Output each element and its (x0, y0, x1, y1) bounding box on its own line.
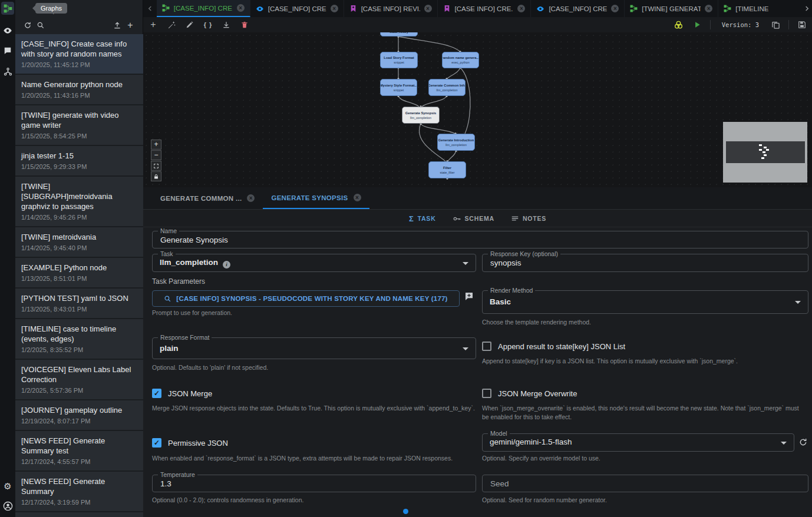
graph-toolbar: + { } Version: 3 (143, 17, 812, 32)
zoom-out-button[interactable]: − (151, 150, 161, 160)
graph-canvas[interactable]: state_rekey Load Story Format snippet ra… (143, 32, 812, 187)
close-icon[interactable]: × (237, 4, 245, 12)
lock-button[interactable] (151, 171, 161, 181)
response-key-field[interactable]: Response Key (optional) (482, 254, 808, 272)
response-key-input[interactable] (483, 255, 797, 271)
graph-list-item[interactable]: [TIMELINE] case to timeline (events, edg… (15, 319, 143, 359)
checkbox-checked[interactable]: ✓ (152, 389, 161, 398)
add-node-icon[interactable]: + (148, 19, 159, 30)
refresh-icon[interactable] (21, 20, 34, 31)
tab-case-info-create-2[interactable]: [CASE_INFO] CRE... × (250, 0, 344, 17)
zoom-in-button[interactable]: + (151, 140, 161, 150)
knot-icon[interactable] (674, 19, 684, 30)
tab-notes[interactable]: NOTES (511, 214, 546, 223)
info-icon[interactable]: i (223, 261, 230, 269)
graph-list-item[interactable]: [PYTHON TEST] yaml to JSON1/13/2025, 8:4… (15, 289, 143, 318)
graph-list-item[interactable]: [TWINE] generate with video game writer1… (15, 105, 143, 145)
render-method-helper: Choose the template rendering method. (482, 318, 591, 327)
response-format-select[interactable]: Response Format plain (152, 337, 476, 359)
graph-list-item[interactable]: [CASE_INFO] Create case info with story … (15, 512, 143, 517)
graph-list-item[interactable]: [VOICEGEN] Eleven Labs Label Correction1… (15, 360, 143, 399)
node-load-story-format[interactable]: Load Story Format snippet (380, 52, 418, 68)
node-state-rekey[interactable]: state_rekey (380, 32, 418, 37)
graph-timestamp: 1/13/2025, 8:43:01 PM (21, 305, 137, 313)
node-mystery-style-format[interactable]: Mystery Style Format... snippet (380, 79, 417, 96)
node-generate-introduction[interactable]: Generate Introduction llm_completion (437, 134, 475, 151)
temperature-field[interactable]: Temperature (152, 475, 476, 492)
delete-trash-icon[interactable] (239, 19, 250, 30)
graph-list-item[interactable]: [EXAMPLE] Python node1/13/2025, 8:51:01 … (15, 258, 143, 287)
tab-case-info-create[interactable]: [CASE_INFO] CRE... × (157, 0, 250, 17)
json-merge-label: JSON Merge (168, 389, 212, 398)
close-icon[interactable]: × (354, 194, 361, 201)
graph-list-item[interactable]: jinja tester 1-151/15/2025, 9:29:33 PM (15, 146, 143, 175)
name-input[interactable] (153, 232, 797, 247)
tab-case-info-review[interactable]: [CASE INFO] REVI... × (344, 0, 438, 17)
render-method-select[interactable]: Render Method Basic (482, 290, 808, 314)
node-tab-generate-common[interactable]: GENERATE COMMON ... × (152, 187, 263, 209)
fit-view-button[interactable] (151, 161, 161, 171)
name-field[interactable]: Name (152, 231, 808, 248)
tab-case-info-create-3[interactable]: [CASE INFO] CRE... × (438, 0, 532, 17)
json-merge-overwrite-checkbox-row[interactable]: JSON Merge Overwrite (482, 389, 577, 398)
close-icon[interactable]: × (705, 5, 712, 12)
graph-list-item[interactable]: [JOURNEY] gameplay outline12/19/2024, 8:… (15, 400, 143, 430)
search-icon[interactable] (34, 20, 47, 31)
auto-layout-wand-icon[interactable] (166, 19, 177, 30)
copy-icon[interactable] (770, 19, 781, 30)
download-icon[interactable] (221, 19, 232, 30)
close-icon[interactable]: × (247, 194, 255, 202)
panel-scroll-indicator[interactable] (403, 509, 408, 514)
minimap[interactable] (723, 122, 807, 183)
checkbox-unchecked[interactable] (482, 342, 491, 351)
app-logo[interactable] (1, 2, 14, 15)
json-merge-checkbox-row[interactable]: ✓ JSON Merge (152, 389, 212, 398)
tab-twine-generate[interactable]: [TWINE] GENERAT... × (625, 0, 718, 17)
model-select[interactable]: Model gemini/gemini-1.5-flash (482, 433, 794, 452)
graph-list-item[interactable]: Name Generator python node1/20/2025, 11:… (15, 75, 143, 104)
tab-timeline[interactable]: [TIMELINE (718, 0, 812, 17)
checkbox-checked[interactable]: ✓ (152, 438, 161, 448)
graph-list-item[interactable]: [NEWS FEED] Generate Summary test12/17/2… (15, 431, 143, 470)
node-generate-common-info[interactable]: Generate Common Info llm_completion (428, 79, 466, 96)
run-play-icon[interactable] (692, 19, 702, 30)
seed-input[interactable] (483, 476, 797, 491)
permissive-json-checkbox-row[interactable]: ✓ Permissive JSON (152, 438, 228, 448)
minimap-viewport[interactable] (726, 141, 805, 163)
node-random-name-generator[interactable]: random name genera... exec_python (442, 52, 479, 68)
close-icon[interactable]: × (424, 5, 432, 12)
upload-graph-icon[interactable] (111, 20, 124, 31)
add-comment-icon[interactable] (464, 291, 474, 301)
node-filter[interactable]: Filter state_filter (428, 161, 466, 178)
eye-nav-icon[interactable] (0, 25, 15, 37)
prompt-select-button[interactable]: [CASE INFO] SYNOPSIS - PSEUDOCODE WITH S… (152, 290, 460, 307)
account-icon[interactable] (0, 500, 15, 512)
add-graph-icon[interactable]: + (124, 20, 137, 31)
refresh-models-icon[interactable] (798, 438, 808, 447)
graph-list-item[interactable]: [NEWS FEED] Generate Summary12/17/2024, … (15, 472, 143, 511)
comments-nav-icon[interactable] (0, 45, 15, 57)
save-icon[interactable] (797, 19, 807, 30)
graph-list-item[interactable]: [TWINE] metroidvania1/14/2025, 9:45:40 P… (15, 227, 143, 257)
edit-pencil-icon[interactable] (184, 19, 195, 30)
temperature-input[interactable] (153, 476, 464, 491)
close-icon[interactable]: × (331, 5, 338, 12)
checkbox-unchecked[interactable] (482, 389, 491, 398)
graph-list-item[interactable]: [TWINE][SUBGRAPH]metroidvania graphviz t… (15, 177, 143, 226)
settings-gear-icon[interactable]: ⚙ (0, 480, 15, 492)
tabs-scroll-right-icon[interactable] (801, 0, 812, 17)
graph-list-item[interactable]: [CASE_INFO] Create case info with story … (15, 34, 143, 74)
close-icon[interactable]: × (611, 5, 619, 12)
append-result-checkbox-row[interactable]: Append result to state[key] JSON List (482, 342, 625, 351)
tab-schema[interactable]: SCHEMA (453, 214, 494, 223)
close-icon[interactable]: × (517, 5, 525, 12)
seed-field[interactable] (482, 475, 808, 492)
node-tab-generate-synopsis[interactable]: GENERATE SYNOPSIS × (263, 187, 369, 209)
tab-case-info-create-4[interactable]: [CASE_INFO] CRE... × (531, 0, 625, 17)
task-select[interactable]: Task llm_completioni (152, 254, 476, 272)
tab-task[interactable]: Σ TASK (409, 214, 436, 223)
node-generate-synopsis[interactable]: Generate Synopsis llm_completion (402, 107, 440, 124)
tabs-scroll-left-icon[interactable] (143, 0, 157, 17)
braces-json-icon[interactable]: { } (203, 19, 213, 30)
workflow-nav-icon[interactable] (0, 65, 15, 77)
